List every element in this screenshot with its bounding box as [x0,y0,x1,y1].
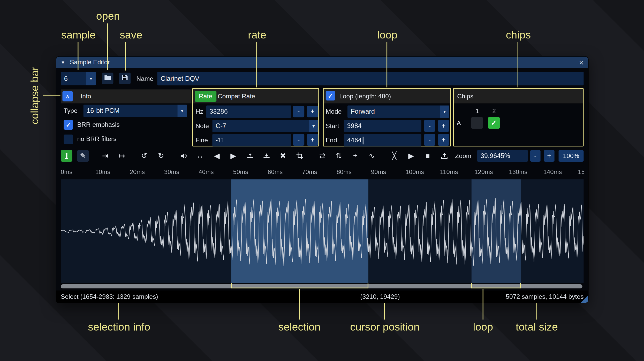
zoom-reset-button[interactable]: 100% [559,150,584,161]
annotation-chips: chips [506,28,531,42]
chip-2-checkbox[interactable]: ✓ [488,117,500,129]
sample-number-value: 6 [61,72,86,85]
rate-badge[interactable]: Rate [195,91,216,102]
hz-label: Hz [195,105,203,118]
annotation-loop-bottom: loop [473,320,493,334]
type-select[interactable]: 16-bit PCM ▼ [83,105,187,117]
filter-button[interactable]: ∿ [366,150,377,161]
hz-input[interactable]: 33286 [206,105,291,118]
chips-section-header: Chips [454,89,583,104]
chips-title: Chips [457,92,473,100]
zoom-out-button[interactable]: - [530,150,541,161]
resample-button[interactable]: ↦ [116,150,128,161]
note-select[interactable]: C-7 ▼ [212,120,318,132]
save-button[interactable] [119,73,131,84]
sample-number-select[interactable]: 6 ▼ [61,72,96,85]
resize-grip[interactable] [581,295,588,303]
timeline-label: 0ms [61,168,72,175]
window-collapse-icon[interactable]: ▼ [61,60,65,65]
upload-button[interactable] [439,150,450,161]
start-decrement-button[interactable]: - [424,120,435,131]
info-title: Info [80,93,91,100]
status-selection-text: Select (1654-2983: 1329 samples) [61,291,158,303]
end-increment-button[interactable]: + [438,134,449,145]
end-input-value: 4464 [347,137,362,144]
draw-tool-button[interactable]: ✎ [77,150,89,161]
waveform-plot [61,179,584,283]
hz-decrement-button[interactable]: - [293,106,304,117]
fine-decrement-button[interactable]: - [293,134,304,145]
annotation-line-collapse-bar [43,95,60,96]
apply-silence-button[interactable] [261,150,272,161]
annotation-line-rate [256,42,257,88]
timeline-label: 120ms [474,168,493,175]
waveform-panel[interactable] [61,179,584,283]
end-decrement-button[interactable]: - [424,134,435,145]
annotation-line-chips [518,42,518,88]
close-icon[interactable]: × [579,58,584,66]
resize-button[interactable]: ⇥ [99,150,111,161]
redo-button[interactable]: ↻ [155,150,167,161]
status-size-text: 5072 samples, 10144 bytes [506,291,584,303]
fine-increment-button[interactable]: + [307,134,318,145]
hz-increment-button[interactable]: + [307,106,318,117]
no-brr-filters-checkbox[interactable]: ✓ [64,135,73,144]
annotation-total-size: total size [516,320,558,334]
zoom-input[interactable]: 39.9645% [477,150,528,161]
annotation-save: save [120,28,142,42]
zoom-in-button[interactable]: + [544,150,554,161]
chip-column-2-label: 2 [488,106,500,116]
fine-input[interactable]: -11 [212,134,291,146]
annotation-line-save [125,42,126,71]
timeline-label: 40ms [199,168,214,175]
crossfade-loop-button[interactable]: ╳ [389,150,400,161]
annotation-line-open [107,23,108,70]
timeline-label: 100ms [405,168,424,175]
fade-out-button[interactable]: ▶ [228,150,239,161]
delete-button[interactable]: ✖ [277,150,289,161]
normalize-button[interactable]: ↔ [194,150,206,161]
start-increment-button[interactable]: + [438,120,449,131]
start-label: Start [326,120,339,132]
annotation-cursor-position: cursor position [350,320,420,334]
check-icon: ✓ [328,92,333,100]
loop-checkbox[interactable]: ✓ [326,91,335,101]
annotation-open: open [96,9,120,23]
name-input[interactable]: Clarinet DQV [157,72,584,85]
end-input[interactable]: 4464 [344,134,421,146]
select-tool-button[interactable]: I [61,150,72,161]
undo-button[interactable]: ↺ [138,150,150,161]
toolbar: I✎⇥↦↺↻↔◀▶✖⇄⇅±∿╳▶■ Zoom 39.9645% - + 100% [56,150,588,161]
info-section-header: Info [61,89,191,103]
timeline-label: 30ms [164,168,179,175]
annotation-loop: loop [377,28,397,42]
dropdown-arrow-icon: ▼ [177,105,187,117]
trim-button[interactable] [294,150,305,161]
invert-button[interactable]: ⇅ [333,150,344,161]
annotation-line-total-size [536,303,537,319]
sign-button[interactable]: ± [350,150,361,161]
dropdown-arrow-icon: ▼ [309,120,319,132]
fade-in-button[interactable]: ◀ [211,150,223,161]
text-caret [362,136,363,144]
start-input[interactable]: 3984 [344,120,421,132]
preview-button[interactable]: ▶ [405,150,417,161]
mode-select[interactable]: Forward ▼ [347,105,449,118]
timeline-label: 150ms [578,168,584,175]
reverse-button[interactable]: ⇄ [317,150,328,161]
insert-silence-button[interactable] [244,150,256,161]
stop-preview-button[interactable]: ■ [422,150,433,161]
selection-bracket-annotation [231,283,368,288]
note-label: Note [195,120,209,132]
type-label: Type [64,105,77,117]
background: open sample save rate loop chips collaps… [0,0,644,361]
rate-title: Compat Rate [218,92,255,100]
brr-emphasis-checkbox[interactable]: ✓ [64,120,73,130]
titlebar[interactable]: ▼ Sample Editor × [56,57,588,68]
open-button[interactable] [102,73,113,84]
amplify-button[interactable] [178,150,189,161]
annotation-rate: rate [248,28,266,42]
collapse-info-button[interactable]: ∧ [62,91,73,101]
timeline-label: 110ms [440,168,458,175]
chip-1-checkbox[interactable]: ✓ [471,117,483,129]
